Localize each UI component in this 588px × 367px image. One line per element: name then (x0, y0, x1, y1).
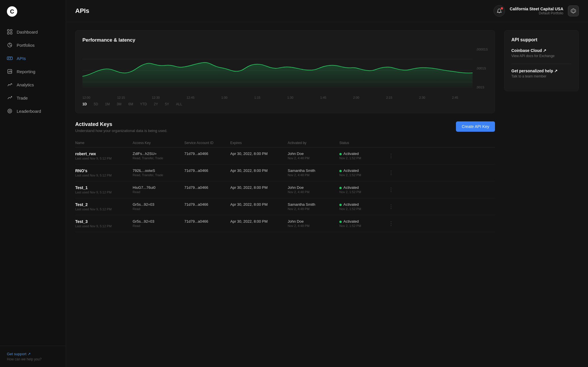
sidebar-item-label-leaderboard: Leaderboard (17, 109, 41, 114)
cell-key-4: Gr5s...92=03 Read (133, 219, 184, 228)
page-title: APIs (75, 7, 89, 15)
svg-marker-11 (572, 10, 575, 13)
main-area: APIs California Steet Capital USA Defaul… (66, 0, 588, 367)
cell-expires-0: Apr 30, 2022, 8:00 PM (230, 152, 288, 156)
svg-rect-0 (7, 30, 9, 31)
keys-title: Activated Keys (75, 121, 167, 127)
sidebar-item-label-trade: Trade (17, 96, 28, 100)
cell-activated-2: John Doe Nov 2, 4:48 PM (288, 185, 339, 194)
cell-activated-3: Samantha Smith Nov 2, 4:48 PM (288, 202, 339, 211)
get-support-link[interactable]: Get support ↗ (7, 352, 59, 356)
account-name: California Steet Capital USA (510, 7, 563, 11)
sidebar-item-portfolios[interactable]: Portfolios (0, 38, 66, 52)
cell-name-4: Test_3 Last used Nov 9, 5:12 PM (75, 219, 133, 228)
cell-name-2: Test_1 Last used Nov 9, 5:12 PM (75, 185, 133, 194)
account-sub: Default Portfolio (510, 11, 563, 15)
create-api-key-button[interactable]: Create API Key (456, 121, 495, 132)
row-menu-button-3[interactable]: ⋮ (385, 202, 397, 210)
dashboard-icon (7, 29, 13, 35)
period-tab-all[interactable]: ALL (176, 102, 182, 106)
coinbase-cloud-link[interactable]: Coinbase Cloud ↗ (511, 48, 572, 53)
chart-time-labels: 12:00 12:15 12:30 12:45 1:00 1:15 1:30 1… (82, 96, 473, 99)
col-activated-by: Activated by (288, 141, 339, 145)
cell-key-1: 792lL...ooiwS Read, Transfer, Trade (133, 168, 184, 177)
chart-title: Performance & latency (82, 37, 488, 43)
sidebar-item-trade[interactable]: Trade (0, 91, 66, 104)
notification-dot (501, 7, 503, 9)
period-tab-5y[interactable]: 5Y (165, 102, 169, 106)
cell-name-3: Test_2 Last used Nov 9, 5:12 PM (75, 202, 133, 211)
table-row: Test_2 Last used Nov 9, 5:12 PM Gr5s...9… (75, 198, 495, 215)
period-tab-6m[interactable]: 6M (128, 102, 133, 106)
y-label-bottom: .001S (476, 86, 488, 89)
table-row: Test_1 Last used Nov 9, 5:12 PM HiuG7...… (75, 181, 495, 198)
sidebar-item-dashboard[interactable]: Dashboard (0, 25, 66, 38)
notification-button[interactable] (494, 5, 505, 17)
row-menu-button-0[interactable]: ⋮ (385, 152, 397, 159)
period-tab-1m[interactable]: 1M (105, 102, 110, 106)
period-tab-2y[interactable]: 2Y (154, 102, 158, 106)
sidebar-item-label-dashboard: Dashboard (17, 30, 38, 34)
cell-status-1: Activated Nov 2, 1:52 PM (339, 168, 385, 177)
api-support-section: API support Coinbase Cloud ↗ View API do… (504, 30, 579, 91)
svg-point-8 (8, 109, 12, 113)
sidebar-item-label-reporting: Reporting (17, 69, 35, 74)
personalized-help-block: Get personalized help ↗ Talk to a team m… (511, 69, 572, 78)
sidebar-item-reporting[interactable]: Reporting (0, 65, 66, 78)
cell-name-0: robert_rwx Last used Nov 9, 5:12 PM (75, 152, 133, 160)
right-panel: API support Coinbase Cloud ↗ View API do… (504, 30, 579, 359)
period-tab-3m[interactable]: 3M (117, 102, 121, 106)
avatar-button[interactable] (568, 5, 579, 16)
cell-expires-4: Apr 30, 2022, 8:00 PM (230, 219, 288, 224)
leaderboard-icon (7, 108, 13, 114)
api-keys-table: Name Access Key Service Account ID Expir… (75, 139, 495, 232)
cell-expires-2: Apr 30, 2022, 8:00 PM (230, 185, 288, 190)
portfolios-icon (7, 42, 13, 48)
api-support-title: API support (511, 37, 572, 42)
keys-subtitle: Understand how your organizational data … (75, 129, 167, 133)
header-right: California Steet Capital USA Default Por… (494, 5, 579, 17)
sidebar-item-leaderboard[interactable]: Leaderboard (0, 104, 66, 118)
period-tab-ytd[interactable]: YTD (140, 102, 147, 106)
main-panel: Performance & latency (75, 30, 495, 359)
y-label-top: .00001S (476, 48, 488, 51)
row-menu-button-1[interactable]: ⋮ (385, 168, 397, 176)
col-service-id: Service Account ID (184, 141, 230, 145)
period-tab-1d[interactable]: 1D (82, 102, 87, 106)
cell-activated-4: John Doe Nov 2, 4:48 PM (288, 219, 339, 228)
personalized-help-link[interactable]: Get personalized help ↗ (511, 69, 572, 73)
svg-rect-1 (10, 30, 12, 31)
cell-expires-3: Apr 30, 2022, 8:00 PM (230, 202, 288, 207)
table-row: Test_3 Last used Nov 9, 5:12 PM Gr5s...9… (75, 215, 495, 232)
keys-title-block: Activated Keys Understand how your organ… (75, 121, 167, 133)
account-info: California Steet Capital USA Default Por… (510, 7, 563, 15)
row-menu-button-4[interactable]: ⋮ (385, 219, 397, 227)
sidebar-nav: Dashboard Portfolios APIs (0, 23, 66, 346)
cell-name-1: RNO's Last used Nov 9, 5:12 PM (75, 168, 133, 177)
cell-service-1: 71d79...a0466 (184, 168, 230, 173)
cell-activated-0: John Doe Nov 2, 4:48 PM (288, 152, 339, 160)
period-tab-5d[interactable]: 5D (94, 102, 98, 106)
table-header: Name Access Key Service Account ID Expir… (75, 139, 495, 147)
apis-icon (7, 55, 13, 61)
svg-rect-3 (10, 32, 12, 34)
coinbase-cloud-block: Coinbase Cloud ↗ View API docs for Excha… (511, 48, 572, 58)
svg-point-9 (9, 110, 11, 112)
col-expires: Expires (230, 141, 288, 145)
sidebar-item-analytics[interactable]: Analytics (0, 78, 66, 91)
reporting-icon (7, 69, 13, 74)
sidebar-item-apis[interactable]: APIs (0, 52, 66, 65)
sidebar-logo: C (0, 0, 66, 23)
period-tabs: 1D 5D 1M 3M 6M YTD 2Y 5Y ALL (82, 102, 473, 106)
cell-status-4: Activated Nov 2, 1:52 PM (339, 219, 385, 228)
content-area: Performance & latency (66, 22, 588, 367)
cell-key-2: HiuG7...76ui0 Read (133, 185, 184, 194)
col-name: Name (75, 141, 133, 145)
personalized-help-desc: Talk to a team member (511, 74, 572, 78)
performance-chart-section: Performance & latency (75, 30, 495, 113)
table-row: RNO's Last used Nov 9, 5:12 PM 792lL...o… (75, 164, 495, 181)
cell-status-3: Activated Nov 2, 1:52 PM (339, 202, 385, 211)
sidebar-bottom: Get support ↗ How can we help you? (0, 346, 66, 367)
row-menu-button-2[interactable]: ⋮ (385, 185, 397, 193)
support-sub-text: How can we help you? (7, 357, 59, 361)
